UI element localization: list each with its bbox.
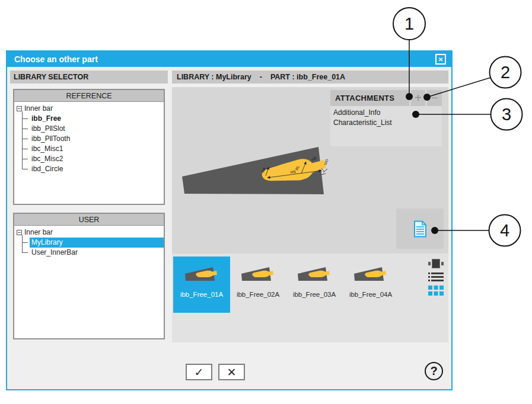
help-button[interactable]: ? xyxy=(425,362,443,380)
tree-node[interactable]: ibc_Misc2 xyxy=(14,154,164,164)
annotated-screenshot: Choose an other part ✕ LIBRARY SELECTOR … xyxy=(0,0,532,404)
tree-node-label: ibc_Misc1 xyxy=(30,144,164,154)
part-name: PART : ibb_Free_01A xyxy=(270,73,345,81)
tree-node-label: ibb_PllSlot xyxy=(30,124,164,134)
check-icon: ✓ xyxy=(195,365,204,379)
single-view-icon[interactable] xyxy=(428,259,444,268)
collapse-icon[interactable] xyxy=(17,106,22,111)
list-view-icon[interactable] xyxy=(428,272,444,282)
attachment-add-button[interactable]: + xyxy=(411,90,425,106)
tree-node-root[interactable]: Inner bar xyxy=(14,104,164,114)
minus-icon: − xyxy=(431,91,438,105)
tree-node[interactable]: ibc_Misc1 xyxy=(14,144,164,154)
library-selector-label: LIBRARY SELECTOR xyxy=(14,73,88,81)
close-icon: ✕ xyxy=(438,56,443,63)
library-selector-header: LIBRARY SELECTOR xyxy=(10,70,168,84)
user-tree: Inner bar MyLibrary User_InnerBar xyxy=(14,226,164,258)
part-thumbnail-strip: ibb_Free_01A ibb_Free_02A ibb_Free_03A xyxy=(172,254,448,342)
dim-wo: WO xyxy=(323,158,329,165)
tree-node-mylibrary[interactable]: MyLibrary xyxy=(14,238,164,248)
tree-node-label: User_InnerBar xyxy=(30,248,164,258)
thumbnail-ibb-free-04a[interactable]: ibb_Free_04A xyxy=(342,256,399,313)
reference-tree: Inner bar ibb_Free ibb_PllSlot ibb_PllTo… xyxy=(14,102,164,174)
attachment-label: Additional_Info xyxy=(333,108,380,117)
close-button[interactable]: ✕ xyxy=(435,54,446,65)
part-thumbnail-image xyxy=(184,266,219,283)
document-icon xyxy=(413,220,427,238)
dialog-titlebar[interactable]: Choose an other part ✕ xyxy=(7,52,451,67)
thumbnail-ibb-free-03a[interactable]: ibb_Free_03A xyxy=(286,256,343,313)
tree-node-label: ibb_PllTooth xyxy=(30,134,164,144)
attachment-remove-button[interactable]: − xyxy=(427,90,442,106)
callout-circle-3 xyxy=(491,99,523,130)
callout-circle-2 xyxy=(490,57,521,88)
tree-node-label: MyLibrary xyxy=(30,238,164,248)
reference-group: REFERENCE Inner bar ibb_Free ibb_PllSlot… xyxy=(13,89,165,205)
callout-circle-4 xyxy=(489,215,521,246)
part-thumbnail-image xyxy=(297,266,332,283)
cancel-button[interactable]: ✕ xyxy=(218,364,245,380)
ok-button[interactable]: ✓ xyxy=(186,364,212,380)
reference-header: REFERENCE xyxy=(14,90,164,102)
plus-icon: + xyxy=(415,91,422,105)
part-thumbnail-image xyxy=(353,266,388,283)
tree-node-label: Inner bar xyxy=(24,227,53,238)
header-separator: - xyxy=(260,73,262,81)
attachments-list: Additional_Info Characteristic_List xyxy=(330,106,442,146)
choose-part-dialog: Choose an other part ✕ LIBRARY SELECTOR … xyxy=(6,50,453,390)
tree-node[interactable]: ibb_PllTooth xyxy=(14,134,164,144)
attachments-label: ATTACHMENTS xyxy=(335,94,394,102)
reference-label: REFERENCE xyxy=(66,92,112,100)
part-preview-image: HS RL RA HG WO xyxy=(178,143,330,200)
callout-number-1: 1 xyxy=(404,14,414,33)
part-thumbnail-image xyxy=(240,266,276,283)
thumbnail-label: ibb_Free_02A xyxy=(230,291,286,298)
question-icon: ? xyxy=(430,364,437,378)
tree-node-root[interactable]: Inner bar xyxy=(14,227,164,238)
thumbnail-label: ibb_Free_01A xyxy=(173,291,230,298)
tree-node[interactable]: User_InnerBar xyxy=(14,248,164,258)
user-label: USER xyxy=(79,216,100,224)
library-part-header: LIBRARY : MyLibrary - PART : ibb_Free_01… xyxy=(172,70,448,84)
tree-node-label: ibb_Free xyxy=(30,114,164,124)
attachment-item[interactable]: Characteristic_List xyxy=(333,118,439,128)
part-content-area: ATTACHMENTS + − Additional_Info Characte… xyxy=(172,87,448,254)
grid-view-icon[interactable] xyxy=(428,286,444,296)
callout-circle-1 xyxy=(393,8,425,40)
thumbnail-ibb-free-02a[interactable]: ibb_Free_02A xyxy=(230,256,286,313)
thumbnail-ibb-free-01a[interactable]: ibb_Free_01A xyxy=(173,256,230,313)
tree-node[interactable]: ibb_Free xyxy=(14,114,164,124)
dialog-title: Choose an other part xyxy=(7,54,98,64)
thumbnail-label: ibb_Free_03A xyxy=(286,291,343,298)
attachment-item[interactable]: Additional_Info xyxy=(333,108,439,118)
callout-number-4: 4 xyxy=(500,221,509,240)
attachment-preview-zone[interactable] xyxy=(396,209,444,249)
tree-node[interactable]: ibd_Circle xyxy=(14,164,164,174)
callout-number-2: 2 xyxy=(501,63,510,82)
callout-number-3: 3 xyxy=(502,105,511,124)
tree-node-label: ibd_Circle xyxy=(30,164,164,174)
library-name: LIBRARY : MyLibrary xyxy=(177,73,251,81)
cross-icon: ✕ xyxy=(227,365,237,379)
attachments-header: ATTACHMENTS xyxy=(330,90,409,106)
attachment-label: Characteristic_List xyxy=(333,118,392,127)
tree-node-label: ibc_Misc2 xyxy=(30,154,164,164)
collapse-icon[interactable] xyxy=(17,230,22,235)
user-header: USER xyxy=(14,214,164,226)
view-mode-toolbar xyxy=(428,259,444,296)
user-group: USER Inner bar MyLibrary User_InnerBar xyxy=(13,213,165,339)
tree-node-label: Inner bar xyxy=(24,104,53,114)
tree-node[interactable]: ibb_PllSlot xyxy=(14,124,164,134)
thumbnail-label: ibb_Free_04A xyxy=(342,291,399,298)
